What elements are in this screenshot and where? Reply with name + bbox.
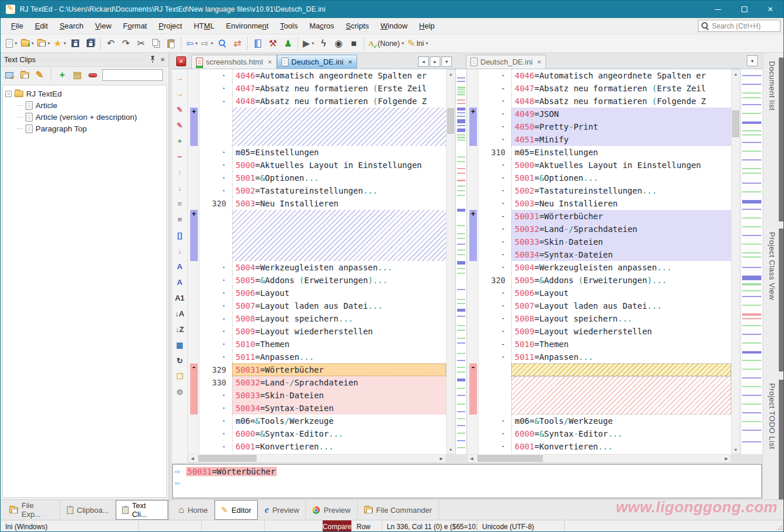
validate-icon[interactable]: ▦ xyxy=(172,337,187,353)
scroll-down-icon[interactable]: ▼ xyxy=(732,445,740,454)
refresh-icon[interactable]: ↻ xyxy=(172,353,187,369)
editor-pane-left[interactable]: ++-·4046=Automatisch angeordnete Spalten… xyxy=(188,69,446,454)
menu-project[interactable]: Project xyxy=(153,19,188,33)
side-tab-project-todo-list[interactable]: Project TODO List xyxy=(763,379,784,513)
redo-button[interactable]: ↷ xyxy=(118,36,133,51)
scroll-right-icon[interactable]: ▶ xyxy=(722,455,730,462)
scroll-up-icon[interactable]: ▲ xyxy=(447,70,455,78)
tab-close-icon[interactable]: ✕ xyxy=(348,59,352,65)
tab-clipboard[interactable]: Clipboa... xyxy=(60,500,116,520)
forward-button[interactable]: ⇨▾ xyxy=(199,36,215,51)
scroll-right-icon[interactable]: ▶ xyxy=(437,455,446,462)
right-overview-strip[interactable] xyxy=(740,69,762,454)
save-all-button[interactable] xyxy=(83,36,98,51)
scroll-left-icon[interactable]: ◀ xyxy=(468,455,476,462)
menu-tools[interactable]: Tools xyxy=(275,19,304,33)
tab-scroll-left-button[interactable]: ◂ xyxy=(418,56,429,67)
run-button[interactable]: ▶▾ xyxy=(301,36,316,51)
favorites-button[interactable]: ★▾ xyxy=(52,36,67,51)
tab-preview-chrome[interactable]: Preview xyxy=(306,500,357,520)
menu-format[interactable]: Format xyxy=(117,19,153,33)
addons-button[interactable]: ♟ xyxy=(280,36,295,51)
tab-text-clips[interactable]: Text Cli... xyxy=(116,500,169,520)
scrollbar-thumb[interactable] xyxy=(198,455,256,462)
tab-close-icon[interactable]: ✕ xyxy=(537,59,542,65)
scrollbar-thumb[interactable] xyxy=(732,110,739,137)
tab-file-commander[interactable]: File Commander xyxy=(358,500,439,520)
menu-environment[interactable]: Environment xyxy=(220,19,275,33)
menu-edit[interactable]: Edit xyxy=(29,19,54,33)
tab-deutsch-de-ini[interactable]: Deutsch_DE.ini✕ xyxy=(466,55,546,69)
minimize-button[interactable] xyxy=(705,1,731,18)
new-clip-document-button[interactable] xyxy=(18,69,31,81)
tools-button[interactable]: ⚒ xyxy=(265,36,280,51)
menu-file[interactable]: File xyxy=(5,19,29,33)
scroll-up-icon[interactable]: ▲ xyxy=(732,70,740,78)
add-clip-button[interactable]: + xyxy=(56,69,69,81)
syntax-button[interactable]: ✎Ini▾ xyxy=(405,36,430,51)
tab-preview-ie[interactable]: ePreview xyxy=(258,500,306,520)
mark-add-icon[interactable]: ✎ xyxy=(172,102,187,117)
clips-filter-input[interactable] xyxy=(102,69,163,81)
menu-view[interactable]: View xyxy=(90,19,117,33)
stop-button[interactable]: ■ xyxy=(346,36,361,51)
menu-help[interactable]: Help xyxy=(414,19,441,33)
replace-button[interactable]: ⇄ xyxy=(230,36,245,51)
back-button[interactable]: ⇦▾ xyxy=(184,36,199,51)
panel-close-icon[interactable]: ✕ xyxy=(161,56,165,63)
tab-editor[interactable]: ✎Editor xyxy=(215,500,258,520)
copy-last-icon[interactable]: ↓ xyxy=(172,180,187,196)
scrollbar-thumb[interactable] xyxy=(477,455,543,462)
tree-root-rj-texted[interactable]: −RJ TextEd xyxy=(5,88,166,99)
pin-icon[interactable] xyxy=(149,55,156,65)
menu-html[interactable]: HTML xyxy=(188,19,220,33)
delete-clip-button[interactable] xyxy=(86,69,99,81)
tree-item-article[interactable]: Article xyxy=(5,99,166,111)
sort-az-icon[interactable]: ↓A xyxy=(172,306,187,322)
left-vertical-scrollbar[interactable]: ▲ ▼ xyxy=(446,69,455,454)
tab-list-button[interactable]: ▾ xyxy=(747,55,758,66)
mark-icon[interactable]: ✎ xyxy=(172,117,187,133)
tree-item-article-version-description-[interactable]: Article (version + description) xyxy=(5,111,166,123)
edit-clip-button[interactable]: ▤ xyxy=(71,69,84,81)
insert-lines-icon[interactable]: + xyxy=(172,133,187,149)
tab-home[interactable]: ⌂Home xyxy=(172,500,215,520)
tab-deutsch-de-ini[interactable]: Deutsch_DE.ini✕ xyxy=(277,55,357,69)
last-diff-icon[interactable]: A xyxy=(172,274,187,290)
tab-scroll-right-button[interactable]: ▸ xyxy=(430,56,440,67)
menu-search[interactable]: Search xyxy=(54,19,89,33)
tab-list-button[interactable]: ▾ xyxy=(441,56,452,67)
right-vertical-scrollbar[interactable]: ▲ ▼ xyxy=(731,69,740,454)
sort-za-icon[interactable]: ↓Z xyxy=(172,322,187,337)
diff-overview-strip[interactable] xyxy=(455,69,467,454)
scroll-down-icon[interactable]: ▼ xyxy=(447,445,455,454)
side-tab-document-list[interactable]: Document list xyxy=(763,56,784,223)
undo-button[interactable]: ↶ xyxy=(103,36,118,51)
record-macro-button[interactable]: ◉ xyxy=(331,36,346,51)
menu-scripts[interactable]: Scripts xyxy=(340,19,375,33)
collapse-icon[interactable]: − xyxy=(5,91,12,97)
close-button[interactable]: ✕ xyxy=(757,1,783,18)
save-button[interactable] xyxy=(67,36,83,51)
menu-window[interactable]: Window xyxy=(375,19,413,33)
tab-screenshots-html[interactable]: screenshots.html✕ xyxy=(191,55,277,69)
copy-left-block-icon[interactable]: ≡ xyxy=(172,196,187,212)
close-file-button[interactable]: ✕ xyxy=(176,56,186,66)
side-tab-project-class-view[interactable]: Project Class View xyxy=(763,227,784,373)
right-horizontal-scrollbar[interactable]: ◀ ▶ xyxy=(467,454,731,463)
paste-button[interactable] xyxy=(163,36,179,51)
delete-lines-icon[interactable]: − xyxy=(172,149,187,165)
tab-file-explorer[interactable]: File Exp... xyxy=(3,500,60,520)
first-diff-icon[interactable]: A xyxy=(172,259,187,274)
cut-button[interactable]: ✂ xyxy=(133,36,148,51)
goto-bracket-icon[interactable]: [] xyxy=(172,227,187,243)
scrollbar-thumb[interactable] xyxy=(447,108,454,134)
compare-options-icon[interactable]: ⚙ xyxy=(172,384,187,400)
copy-first-icon[interactable]: ↑ xyxy=(172,165,187,180)
search-input[interactable] xyxy=(712,22,777,30)
editor-pane-right[interactable]: ++-·4046=Automatisch angeordnete Spalten… xyxy=(467,69,731,454)
menu-macros[interactable]: Macros xyxy=(304,19,340,33)
prev-difference-icon[interactable]: → xyxy=(172,86,187,102)
next-difference-icon[interactable]: → xyxy=(172,70,187,86)
open-project-button[interactable]: ▾ xyxy=(35,36,52,51)
